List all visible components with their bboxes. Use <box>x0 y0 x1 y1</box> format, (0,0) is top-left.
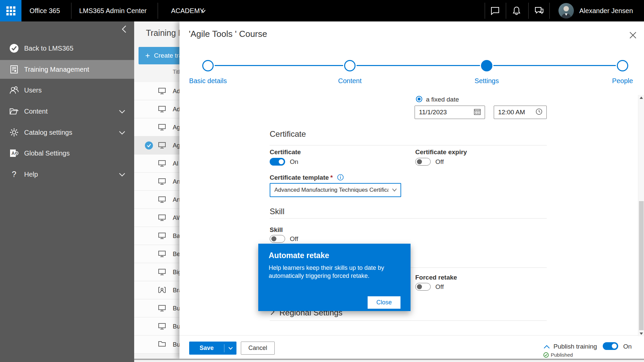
step-circle-people[interactable] <box>617 60 628 71</box>
training-rows: Ad Ad Ag Ag AI A <box>134 82 179 354</box>
create-training-button[interactable]: + Create training <box>139 47 179 64</box>
waffle-icon <box>6 6 15 15</box>
selected-check-icon[interactable] <box>145 141 153 149</box>
required-asterisk: * <box>330 174 333 181</box>
table-row[interactable]: Bu <box>134 317 179 336</box>
popup-close-button[interactable]: Close <box>368 296 400 309</box>
course-icon <box>158 124 166 132</box>
save-button[interactable]: Save <box>189 342 236 355</box>
chevron-down-icon <box>119 129 125 137</box>
certificate-section-heading: Certificate <box>270 129 306 139</box>
user-avatar[interactable] <box>558 3 574 18</box>
skill-label: Skill <box>270 226 283 234</box>
save-menu-chevron-icon[interactable] <box>224 347 236 350</box>
info-icon[interactable] <box>337 174 344 182</box>
feedback-icon[interactable] <box>529 0 549 21</box>
step-label-people[interactable]: People <box>596 77 644 85</box>
table-row[interactable]: Ba <box>134 227 179 245</box>
panel-title: Training Management <box>146 28 179 38</box>
topbar-divider <box>549 3 550 19</box>
fixed-date-radio[interactable] <box>416 96 422 102</box>
forced-retake-state: Off <box>435 283 444 291</box>
forced-retake-toggle[interactable] <box>415 283 431 291</box>
training-plan-icon <box>158 341 166 348</box>
table-row[interactable]: Ad <box>134 82 179 100</box>
sidebar-item-training-management[interactable]: Training Management <box>0 60 134 79</box>
course-icon <box>158 268 166 277</box>
chat-icon[interactable] <box>485 0 505 21</box>
course-icon <box>158 305 166 313</box>
gear-icon <box>9 128 19 137</box>
step-label-basic-details[interactable]: Basic details <box>181 77 235 85</box>
chevron-down-icon[interactable] <box>201 9 206 15</box>
publish-training-toggle[interactable] <box>603 342 618 350</box>
certificate-label: Certificate <box>270 148 301 156</box>
table-row[interactable]: AW <box>134 209 179 227</box>
step-connector <box>493 65 616 66</box>
course-icon <box>158 178 166 186</box>
topbar-divider <box>71 3 71 19</box>
sidebar-item-label: Help <box>24 171 38 178</box>
certificate-template-dropdown[interactable]: Advanced Manufacturing Techniques Certif… <box>270 183 401 197</box>
tenant-selector[interactable]: ACADEMY <box>171 0 204 21</box>
step-connector <box>357 65 480 66</box>
table-row[interactable]: Art <box>134 191 179 209</box>
section-divider <box>270 145 547 145</box>
sidebar-item-content[interactable]: Content <box>0 102 134 121</box>
sidebar-item-help[interactable]: ? Help <box>0 165 134 184</box>
close-icon[interactable] <box>627 29 639 41</box>
collapse-nav-icon[interactable] <box>119 24 129 34</box>
certificate-toggle[interactable] <box>270 158 285 166</box>
clock-icon[interactable] <box>536 108 542 117</box>
table-row[interactable]: Bu <box>134 299 179 317</box>
section-divider <box>270 320 547 321</box>
table-row[interactable]: Big <box>134 263 179 281</box>
publish-training-label: Publish training <box>553 343 597 350</box>
table-row[interactable]: Ag <box>134 118 179 136</box>
app-launcher-button[interactable] <box>0 0 21 21</box>
step-label-content[interactable]: Content <box>323 77 377 85</box>
table-row[interactable]: AI <box>134 155 179 173</box>
user-name[interactable]: Alexander Jensen <box>579 0 633 21</box>
scrollbar[interactable] <box>638 95 644 336</box>
step-label-settings[interactable]: Settings <box>460 77 514 85</box>
time-input[interactable]: 12:00 AM <box>494 106 547 119</box>
course-icon <box>158 87 166 96</box>
bell-icon[interactable] <box>506 0 527 21</box>
chevron-up-icon[interactable] <box>543 344 550 350</box>
step-circle-settings[interactable] <box>481 60 492 71</box>
table-row[interactable]: Be <box>134 245 179 263</box>
date-input[interactable]: 11/1/2023 <box>415 106 485 119</box>
skill-toggle[interactable] <box>270 235 285 243</box>
admin-center-title: LMS365 Admin Center <box>79 0 147 21</box>
step-circle-content[interactable] <box>344 60 356 71</box>
plus-icon: + <box>145 52 150 60</box>
cancel-button[interactable]: Cancel <box>241 342 275 355</box>
course-icon <box>158 232 166 240</box>
table-row[interactable]: Bra <box>134 281 179 299</box>
sidebar-item-global-settings[interactable]: A Global Settings <box>0 144 134 163</box>
topbar-divider <box>528 3 529 19</box>
calendar-icon[interactable] <box>474 108 481 117</box>
scroll-up-icon[interactable] <box>638 95 644 100</box>
fixed-date-radio-label[interactable]: a fixed date <box>426 96 459 103</box>
published-status: Published <box>551 352 573 358</box>
scroll-down-icon[interactable] <box>638 331 644 336</box>
step-circle-basic-details[interactable] <box>202 60 214 71</box>
help-icon: ? <box>9 170 19 179</box>
modal-title: 'Agile Tools ' Course <box>189 29 267 39</box>
certificate-expiry-toggle[interactable] <box>415 158 431 166</box>
topbar-divider <box>506 3 506 19</box>
sidebar-item-back-to-lms365[interactable]: Back to LMS365 <box>0 39 134 58</box>
sidebar-item-label: Training Management <box>24 66 89 73</box>
sidebar-item-catalog-settings[interactable]: Catalog settings <box>0 123 134 142</box>
table-row-selected[interactable]: Ag <box>134 136 179 155</box>
skill-toggle-state: Off <box>290 235 298 243</box>
table-row[interactable]: An <box>134 173 179 191</box>
office365-link[interactable]: Office 365 <box>30 0 60 21</box>
scrollbar-thumb[interactable] <box>639 201 644 330</box>
table-row[interactable]: Ad <box>134 100 179 118</box>
table-row[interactable]: Bu <box>134 336 179 354</box>
sidebar-item-users[interactable]: Users <box>0 81 134 100</box>
course-icon <box>158 142 166 150</box>
